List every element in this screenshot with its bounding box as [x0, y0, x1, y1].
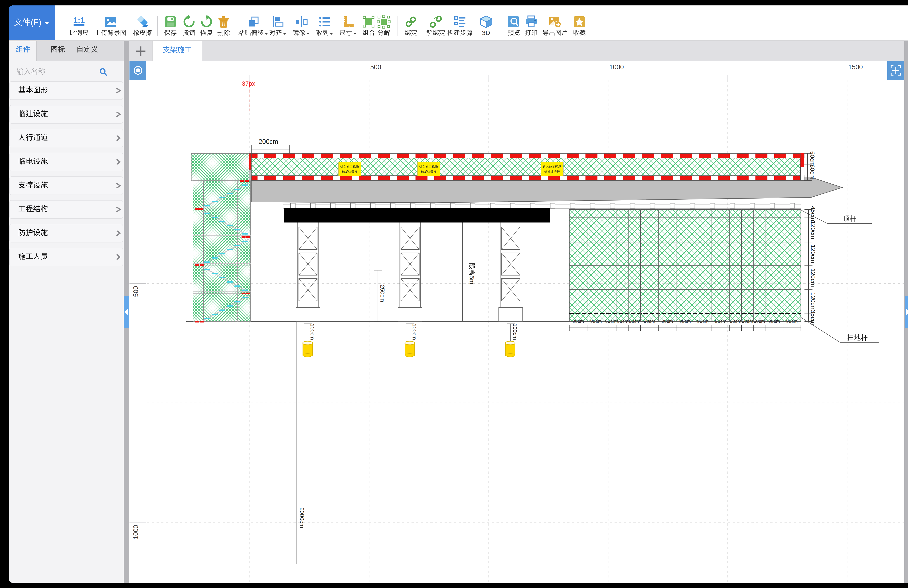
- svg-text:35cm: 35cm: [810, 310, 817, 325]
- svg-text:1:1: 1:1: [73, 16, 85, 24]
- svg-text:1500: 1500: [848, 63, 863, 71]
- svg-text:250cm: 250cm: [379, 285, 386, 302]
- svg-text:200cm: 200cm: [259, 138, 278, 145]
- svg-text:120cm: 120cm: [810, 268, 817, 287]
- svg-text:60cm: 60cm: [742, 318, 753, 324]
- svg-text:100cm: 100cm: [309, 324, 316, 340]
- svg-text:90cm: 90cm: [786, 318, 798, 324]
- svg-text:5m: 5m: [468, 275, 475, 284]
- svg-text:500: 500: [370, 63, 381, 71]
- svg-text:120cm: 120cm: [810, 292, 817, 311]
- svg-text:90cm: 90cm: [590, 318, 602, 324]
- svg-text:90cm: 90cm: [662, 318, 673, 324]
- svg-text:1000: 1000: [132, 525, 140, 539]
- svg-text:90cm: 90cm: [679, 318, 691, 324]
- svg-text:60cm: 60cm: [617, 318, 628, 324]
- svg-text:2000cm: 2000cm: [299, 508, 305, 528]
- svg-text:90cm: 90cm: [644, 318, 655, 324]
- svg-text:90cm: 90cm: [697, 318, 709, 324]
- svg-text:60cm: 60cm: [605, 318, 617, 324]
- svg-text:100cm: 100cm: [512, 324, 518, 340]
- svg-text:3D: 3D: [482, 29, 490, 36]
- svg-text:90cm: 90cm: [768, 318, 780, 324]
- svg-text:60cm: 60cm: [730, 318, 742, 324]
- svg-text:60cm: 60cm: [809, 164, 816, 179]
- svg-text:120cm: 120cm: [810, 221, 817, 239]
- svg-text:37px: 37px: [242, 80, 255, 87]
- svg-text:90cm: 90cm: [715, 318, 726, 324]
- svg-text:100cm: 100cm: [412, 324, 417, 340]
- svg-text:90cm: 90cm: [572, 318, 584, 324]
- svg-text:60cm: 60cm: [809, 151, 816, 166]
- svg-text:500: 500: [132, 286, 140, 297]
- svg-text:1000: 1000: [609, 63, 624, 71]
- svg-text:120cm: 120cm: [810, 245, 817, 263]
- svg-text:60cm: 60cm: [753, 318, 765, 324]
- svg-text:(F): (F): [31, 18, 42, 27]
- svg-text:45cm: 45cm: [810, 206, 817, 221]
- svg-text:60cm: 60cm: [629, 318, 641, 324]
